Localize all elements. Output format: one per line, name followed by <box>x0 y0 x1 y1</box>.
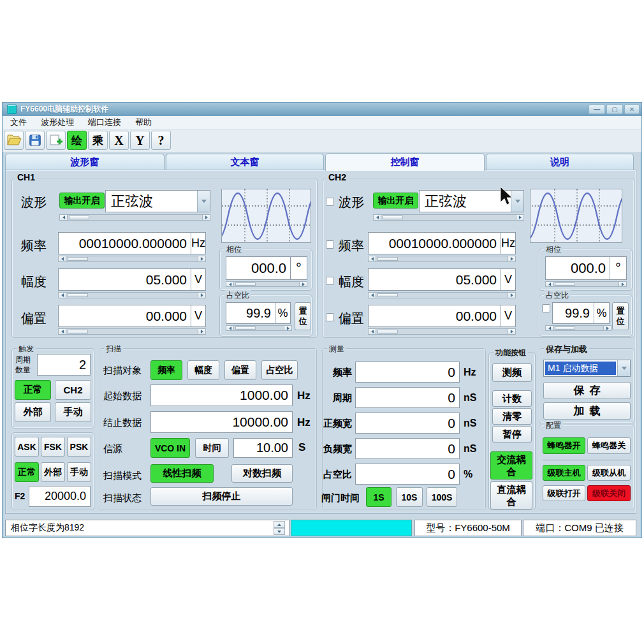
sweep-target-freq-button[interactable]: 频率 <box>150 360 182 380</box>
help-button[interactable]: ? <box>151 131 171 150</box>
x-axis-button[interactable]: X <box>109 131 129 150</box>
trigger-cycle-field[interactable]: 2 <box>37 354 91 376</box>
scroll-right-icon[interactable] <box>198 256 205 261</box>
scroll-thumb[interactable] <box>235 282 256 286</box>
scroll-thumb[interactable] <box>69 216 89 219</box>
scroll-right-icon[interactable] <box>603 326 611 330</box>
buzzer-on-button[interactable]: 蜂鸣器开 <box>543 437 585 454</box>
ask-button[interactable]: ASK <box>15 437 39 457</box>
scroll-left-icon[interactable] <box>59 329 66 334</box>
ch1-duty-scrollbar[interactable] <box>226 325 292 331</box>
scroll-right-icon[interactable] <box>284 326 291 330</box>
scroll-left-icon[interactable] <box>369 256 376 261</box>
scroll-left-icon[interactable] <box>546 282 553 286</box>
new-window-button[interactable] <box>46 131 66 150</box>
ch1-offset-scrollbar[interactable] <box>58 328 206 335</box>
scroll-left-icon[interactable] <box>60 215 68 220</box>
ch2-phase-field[interactable]: 000.0 <box>545 256 610 280</box>
load-data-button[interactable]: 加载 <box>543 402 631 420</box>
ch1-waveform-select[interactable]: 正弦波 <box>105 190 210 212</box>
ch2-freq-scrollbar[interactable] <box>368 256 516 262</box>
trigger-external-button[interactable]: 外部 <box>15 402 51 422</box>
scroll-right-icon[interactable] <box>618 282 626 286</box>
sweep-stop-button[interactable]: 扫频停止 <box>150 487 293 506</box>
ch2-amp-scrollbar[interactable] <box>368 292 516 298</box>
ch2-freq-field[interactable]: 00010000.000000 <box>368 232 501 254</box>
tab-text-window[interactable]: 文本窗 <box>166 154 324 170</box>
scroll-left-icon[interactable] <box>226 282 234 286</box>
cascade-master-button[interactable]: 级联主机 <box>543 465 585 481</box>
ch2-freq-checkbox[interactable] <box>326 240 334 249</box>
ch1-output-on-button[interactable]: 输出开启 <box>59 193 105 209</box>
menu-file[interactable]: 文件 <box>10 117 27 128</box>
ch2-duty-set-button[interactable]: 置位 <box>612 302 629 330</box>
spinner-down-icon[interactable] <box>274 528 285 535</box>
ch1-waveform-scrollbar[interactable] <box>59 214 210 221</box>
keying-manual-button[interactable]: 手动 <box>67 462 91 482</box>
sweep-target-duty-button[interactable]: 占空比 <box>261 360 298 380</box>
scroll-thumb[interactable] <box>555 282 575 286</box>
close-button[interactable]: ✕ <box>624 105 640 114</box>
y-axis-button[interactable]: Y <box>130 131 150 150</box>
ch2-output-on-button[interactable]: 输出开启 <box>373 193 418 209</box>
scroll-thumb[interactable] <box>555 326 575 330</box>
scroll-right-icon[interactable] <box>198 293 205 298</box>
vco-in-button[interactable]: VCO IN <box>150 438 190 458</box>
ch2-duty-scrollbar[interactable] <box>545 325 611 331</box>
ch2-offset-scrollbar[interactable] <box>368 328 516 335</box>
sweep-target-offset-button[interactable]: 偏置 <box>224 360 256 380</box>
keying-normal-button[interactable]: 正常 <box>15 462 39 482</box>
scroll-left-icon[interactable] <box>546 326 553 330</box>
ch1-duty-set-button[interactable]: 置位 <box>295 302 311 330</box>
ch1-phase-field[interactable]: 000.0 <box>226 256 291 280</box>
count-button[interactable]: 计数 <box>492 390 532 407</box>
menu-waveform-processing[interactable]: 波形处理 <box>41 117 74 128</box>
scroll-right-icon[interactable] <box>198 329 205 334</box>
cascade-close-button[interactable]: 级联关闭 <box>587 485 631 501</box>
scroll-thumb[interactable] <box>377 330 398 333</box>
maximize-button[interactable]: ▢ <box>606 105 623 114</box>
save-button[interactable] <box>25 131 45 150</box>
ch1-phase-scrollbar[interactable] <box>226 281 307 287</box>
fsk-button[interactable]: FSK <box>41 437 65 457</box>
ch2-amp-field[interactable]: 05.000 <box>368 268 501 291</box>
ac-coupling-button[interactable]: 交流耦合 <box>490 451 532 479</box>
measure-freq-button[interactable]: 测频 <box>492 363 532 382</box>
scroll-right-icon[interactable] <box>508 256 515 261</box>
multiply-button[interactable]: 乘 <box>88 131 108 150</box>
ch2-offset-checkbox[interactable] <box>326 313 334 321</box>
minimize-button[interactable]: — <box>589 105 605 114</box>
cascade-open-button[interactable]: 级联打开 <box>543 485 585 501</box>
sweep-target-amp-button[interactable]: 幅度 <box>187 360 219 380</box>
buzzer-off-button[interactable]: 蜂鸣器关 <box>587 437 631 454</box>
ch2-waveform-scrollbar[interactable] <box>373 214 524 221</box>
ch2-amp-checkbox[interactable] <box>326 277 334 285</box>
draw-button[interactable]: 绘 <box>67 131 87 150</box>
sweep-time-button[interactable]: 时间 <box>195 438 229 458</box>
scroll-left-icon[interactable] <box>369 293 376 298</box>
ch2-duty-checkbox[interactable] <box>542 304 550 312</box>
gate-1s-button[interactable]: 1S <box>366 487 392 507</box>
f2-field[interactable]: 20000.0 <box>29 486 91 507</box>
ch1-offset-field[interactable]: 00.000 <box>58 305 191 327</box>
scroll-left-icon[interactable] <box>226 326 234 330</box>
scroll-left-icon[interactable] <box>374 215 381 220</box>
spinner-up-icon[interactable] <box>274 521 285 528</box>
ch2-phase-scrollbar[interactable] <box>545 281 627 287</box>
scroll-thumb[interactable] <box>68 257 88 261</box>
trigger-ch2-button[interactable]: CH2 <box>55 380 91 400</box>
save-data-button[interactable]: 保存 <box>543 382 631 399</box>
ch1-freq-scrollbar[interactable] <box>58 256 206 262</box>
sweep-end-field[interactable]: 10000.00 <box>150 411 293 433</box>
tab-instructions[interactable]: 说明 <box>486 154 634 170</box>
keying-external-button[interactable]: 外部 <box>41 462 65 482</box>
ch1-duty-field[interactable]: 99.9 <box>226 302 275 324</box>
scroll-right-icon[interactable] <box>299 282 307 286</box>
scroll-left-icon[interactable] <box>59 256 66 261</box>
ch2-duty-field[interactable]: 99.9 <box>552 302 594 324</box>
chevron-down-icon[interactable] <box>617 360 630 376</box>
sweep-start-field[interactable]: 1000.00 <box>150 384 293 406</box>
pause-button[interactable]: 暂停 <box>492 426 532 443</box>
clear-button[interactable]: 清零 <box>492 408 532 425</box>
chevron-down-icon[interactable] <box>197 191 210 212</box>
